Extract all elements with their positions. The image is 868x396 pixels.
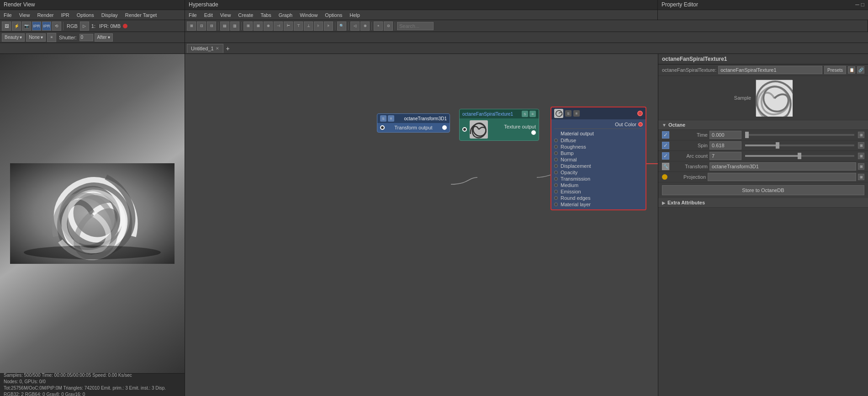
spin-handle[interactable] bbox=[776, 142, 779, 149]
slot-dot-5[interactable] bbox=[554, 171, 558, 174]
hyper-menu-window[interactable]: Window bbox=[296, 11, 321, 19]
hyper-search-input[interactable] bbox=[397, 22, 434, 30]
hy-btn-minus[interactable]: ⊙ bbox=[384, 21, 393, 31]
hy-btn-align5[interactable]: ⊦ bbox=[314, 21, 323, 31]
time-checkbox[interactable]: ✓ bbox=[662, 131, 669, 139]
time-expand-btn[interactable]: ⊞ bbox=[858, 132, 864, 138]
hy-btn-align1[interactable]: ⊣ bbox=[274, 21, 283, 31]
slot-dot-8[interactable] bbox=[554, 190, 558, 193]
hy-btn-search[interactable]: 🔍 bbox=[337, 21, 346, 31]
hy-btn-layout1[interactable]: ▤ bbox=[220, 21, 229, 31]
slot-dot-9[interactable] bbox=[554, 196, 558, 200]
render-menu-file[interactable]: File bbox=[0, 11, 16, 19]
beauty-dropdown[interactable]: Beauty ▾ bbox=[2, 33, 25, 42]
render-tb-btn1[interactable]: 🖼 bbox=[2, 21, 11, 31]
render-btn-play[interactable]: ▷ bbox=[80, 21, 89, 31]
texture-left-port[interactable] bbox=[462, 127, 467, 132]
store-to-octanedb-btn[interactable]: Store to OctaneDB bbox=[662, 185, 864, 195]
hyper-menu-edit[interactable]: Edit bbox=[201, 11, 217, 19]
hy-btn-nav1[interactable]: ◁ bbox=[350, 21, 360, 31]
prop-texture-value[interactable]: octaneFanSpiralTexture1 bbox=[718, 66, 822, 74]
render-option-btn[interactable]: ≡ bbox=[47, 33, 56, 42]
projection-value[interactable] bbox=[708, 173, 856, 181]
slot-label-8: Emission bbox=[561, 189, 581, 194]
hyper-menu-file[interactable]: File bbox=[185, 11, 201, 19]
render-tb-btn4[interactable]: IPR bbox=[32, 21, 41, 31]
arccount-handle[interactable] bbox=[798, 153, 801, 159]
none-dropdown[interactable]: None ▾ bbox=[26, 33, 46, 42]
projection-expand-btn[interactable]: ⊞ bbox=[858, 174, 864, 180]
render-tb-btn3[interactable]: 📷 bbox=[22, 21, 31, 31]
octane-section-header[interactable]: ▼ Octane bbox=[658, 120, 868, 130]
render-menu-render[interactable]: Render bbox=[33, 11, 57, 19]
hy-btn-align3[interactable]: ⊤ bbox=[294, 21, 303, 31]
slot-dot-4[interactable] bbox=[554, 164, 558, 168]
prop-presets-btn[interactable]: Presets bbox=[824, 66, 846, 74]
arccount-track[interactable] bbox=[745, 155, 854, 157]
render-menu-target[interactable]: Render Target bbox=[122, 11, 161, 19]
hyper-menu-view[interactable]: View bbox=[217, 11, 235, 19]
transform-out-port[interactable] bbox=[380, 125, 385, 130]
hy-btn-snap[interactable]: ⊕ bbox=[264, 21, 273, 31]
time-track[interactable] bbox=[745, 134, 854, 136]
texture-right-port[interactable] bbox=[531, 130, 536, 135]
slot-dot-7[interactable] bbox=[554, 183, 558, 187]
transform-right-port[interactable] bbox=[442, 125, 447, 130]
transform-expand-btn[interactable]: ⊞ bbox=[858, 163, 864, 170]
prop-link-icon[interactable]: 🔗 bbox=[857, 66, 864, 74]
render-menu-ipr[interactable]: IPR bbox=[57, 11, 73, 19]
arccount-value[interactable]: 7 bbox=[709, 152, 741, 160]
slot-dot-10[interactable] bbox=[554, 203, 558, 206]
tab-add-btn[interactable]: + bbox=[224, 45, 232, 52]
hy-btn-frame-all[interactable]: ⊞ bbox=[187, 21, 196, 31]
time-value[interactable]: 0.000 bbox=[709, 131, 741, 139]
hyper-menu-graph[interactable]: Graph bbox=[275, 11, 296, 19]
render-tb-btn6[interactable]: ⟲ bbox=[52, 21, 61, 31]
render-menu-options[interactable]: Options bbox=[73, 11, 98, 19]
render-menu-view[interactable]: View bbox=[16, 11, 34, 19]
diffuse-node-body: Out Color Material output DiffuseRoughne… bbox=[551, 119, 646, 209]
prop-minimize-icon[interactable]: ─ bbox=[855, 1, 859, 8]
spin-value[interactable]: 0.618 bbox=[709, 141, 741, 150]
slot-dot-2[interactable] bbox=[554, 151, 558, 155]
extra-attributes-section[interactable]: ▶ Extra Attributes bbox=[658, 198, 868, 208]
spin-checkbox[interactable]: ✓ bbox=[662, 142, 669, 149]
hy-btn-align4[interactable]: ⊥ bbox=[304, 21, 313, 31]
after-dropdown[interactable]: After ▾ bbox=[95, 33, 113, 42]
render-tb-btn2[interactable]: ⚡ bbox=[12, 21, 21, 31]
transform-wrench-icon[interactable]: 🔧 bbox=[662, 163, 669, 170]
prop-copy-icon[interactable]: 📋 bbox=[848, 66, 855, 74]
arccount-expand-btn[interactable]: ⊞ bbox=[858, 153, 864, 159]
hy-btn-frame-sel[interactable]: ⊡ bbox=[197, 21, 206, 31]
hyper-menu-help[interactable]: Help bbox=[346, 11, 364, 19]
time-handle[interactable] bbox=[745, 132, 749, 138]
hyper-menu-create[interactable]: Create bbox=[234, 11, 257, 19]
shutter-input[interactable] bbox=[79, 34, 93, 41]
arccount-checkbox[interactable]: ✓ bbox=[662, 152, 669, 160]
hy-btn-align2[interactable]: ⊢ bbox=[284, 21, 293, 31]
prop-maximize-icon[interactable]: □ bbox=[861, 1, 864, 8]
transform-value[interactable]: octaneTransform3D1 bbox=[709, 162, 856, 171]
slot-dot-3[interactable] bbox=[554, 158, 558, 161]
spin-track[interactable] bbox=[745, 144, 854, 146]
hy-btn-align6[interactable]: ⊧ bbox=[324, 21, 333, 31]
hy-btn-grid1[interactable]: ⊞ bbox=[243, 21, 253, 31]
render-tb-btn5[interactable]: IPR bbox=[42, 21, 51, 31]
hyper-menu-tabs[interactable]: Tabs bbox=[257, 11, 275, 19]
slot-dot-6[interactable] bbox=[554, 177, 558, 181]
outcolor-port[interactable] bbox=[638, 122, 643, 127]
hyper-menu-options[interactable]: Options bbox=[321, 11, 346, 19]
tab-close-btn[interactable]: ✕ bbox=[216, 46, 219, 51]
render-menu-display[interactable]: Display bbox=[98, 11, 122, 19]
hy-btn-plus[interactable]: + bbox=[374, 21, 383, 31]
hy-btn-nav2[interactable]: ⊕ bbox=[360, 21, 370, 31]
hy-btn-fit[interactable]: ⊟ bbox=[207, 21, 216, 31]
hy-btn-grid2[interactable]: ⊠ bbox=[254, 21, 263, 31]
slot-dot-1[interactable] bbox=[554, 145, 558, 149]
hyper-tab-untitled1[interactable]: Untitled_1 ✕ bbox=[187, 44, 223, 53]
hy-btn-layout2[interactable]: ▥ bbox=[230, 21, 239, 31]
render-menu-bar: File View Render IPR Options Display Ren… bbox=[0, 10, 185, 20]
spin-expand-btn[interactable]: ⊞ bbox=[858, 142, 864, 149]
diffuse-output-port[interactable] bbox=[637, 111, 643, 116]
slot-dot-0[interactable] bbox=[554, 139, 558, 142]
